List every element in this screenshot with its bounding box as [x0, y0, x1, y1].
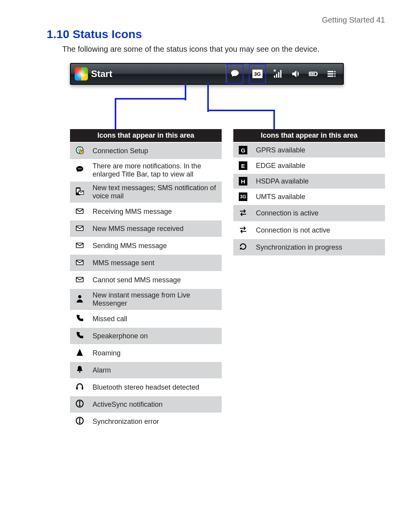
- activesync-icon: [75, 399, 85, 409]
- conn-inactive-icon: [238, 224, 248, 234]
- alarm-icon: [75, 364, 85, 374]
- callout-line: [115, 98, 116, 129]
- signal-icon: [271, 66, 284, 82]
- missed-call-icon: [75, 313, 85, 323]
- table-cell: New text messages; SMS notification of v…: [89, 181, 222, 203]
- mms-sent-icon: [75, 257, 85, 267]
- messenger-icon: [75, 294, 85, 304]
- volume-icon: [289, 66, 302, 82]
- table-cell: New MMS message received: [89, 220, 222, 237]
- titlebar-diagram: Start 3G: [70, 63, 385, 180]
- table-cell: UMTS available: [253, 189, 385, 205]
- windows-flag-icon: [75, 67, 88, 80]
- table-cell: Sending MMS message: [89, 237, 222, 254]
- notification-icon: [226, 64, 243, 84]
- table-cell: Connection is not active: [253, 222, 385, 239]
- table-cell: Synchronization in progress: [253, 239, 385, 256]
- 3g-icon: 3G: [249, 64, 266, 84]
- roaming-icon: [75, 347, 85, 357]
- table-cell: Receiving MMS message: [89, 203, 222, 220]
- mms-out-icon: [75, 240, 85, 250]
- menu-icon: [325, 66, 338, 82]
- device-titlebar: Start 3G: [70, 63, 344, 85]
- sync-error-icon: [75, 416, 85, 426]
- table-cell: Cannot send MMS message: [89, 271, 222, 289]
- mms-in-icon: [75, 206, 85, 216]
- table-cell: Bluetooth stereo headset detected: [89, 379, 222, 396]
- table-cell: ActiveSync notification: [89, 396, 222, 413]
- sms-phone-icon: [75, 186, 85, 196]
- callout-line: [273, 110, 275, 129]
- table-cell: Roaming: [89, 345, 222, 362]
- table-cell: Synchronization error: [89, 413, 222, 430]
- mms-new-icon: [75, 223, 85, 233]
- bt-headset-icon: [75, 381, 85, 392]
- sync-progress-icon: [238, 241, 248, 252]
- battery-icon: [307, 66, 320, 82]
- mms-fail-icon: [75, 274, 85, 284]
- table-cell: Alarm: [89, 362, 222, 379]
- speakerphone-icon: [75, 330, 85, 340]
- running-header: Getting Started 41: [47, 16, 385, 24]
- table-cell: MMS message sent: [89, 254, 222, 271]
- callout-line: [207, 110, 275, 111]
- section-heading: 1.10 Status Icons: [47, 28, 385, 41]
- section-intro: The following are some of the status ico…: [62, 45, 385, 54]
- callout-line: [115, 98, 186, 100]
- table-cell: New instant message from Live Messenger: [89, 289, 222, 310]
- table-cell: Speakerphone on: [89, 327, 222, 345]
- table-cell: Connection is active: [253, 205, 385, 222]
- umts-icon: 3G: [238, 192, 248, 202]
- callout-line: [207, 83, 209, 112]
- start-label: Start: [91, 68, 112, 79]
- conn-active-icon: [238, 207, 248, 217]
- table-cell: Missed call: [89, 310, 222, 327]
